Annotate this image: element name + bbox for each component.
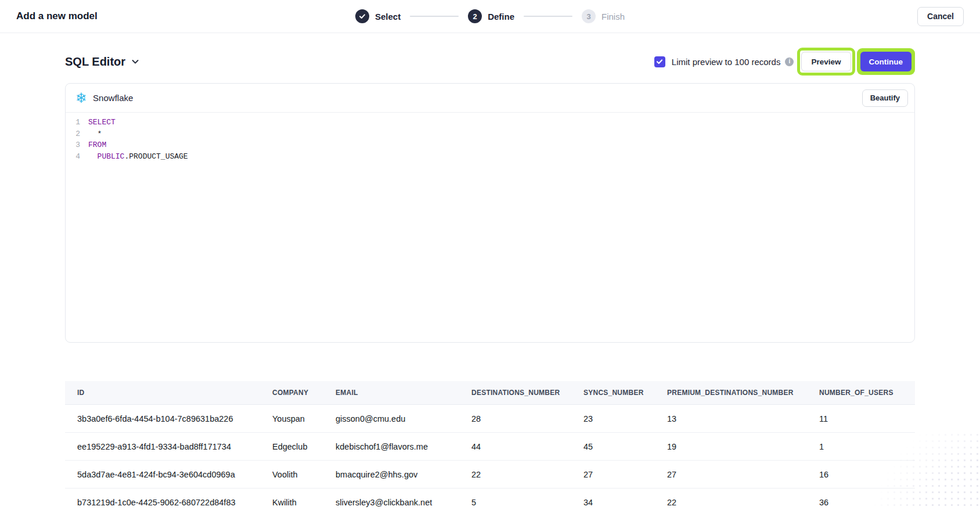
table-body: 3b3a0ef6-6fda-4454-b104-7c89631ba226Yous… (65, 405, 915, 510)
page-title: Add a new model (16, 10, 98, 22)
table-cell: 13 (667, 414, 819, 423)
table-cell: b731219d-1c0e-4425-9062-680722d84f83 (77, 498, 272, 507)
step-define-label: Define (488, 12, 514, 21)
table-cell: 5da3d7ae-4e81-424f-bc94-3e604cd0969a (77, 470, 272, 479)
source-indicator: ❄ Snowflake (75, 91, 133, 105)
table-row: 5da3d7ae-4e81-424f-bc94-3e604cd0969aVool… (65, 461, 915, 489)
column-header: NUMBER_OF_USERS (819, 389, 915, 397)
code-line: 2 * (71, 128, 914, 140)
snowflake-icon: ❄ (75, 91, 87, 105)
table-cell: 19 (667, 442, 819, 451)
table-cell: bmacquire2@hhs.gov (336, 470, 471, 479)
sql-editor-dropdown[interactable]: SQL Editor (65, 55, 140, 69)
preview-button[interactable]: Preview (801, 52, 851, 71)
table-cell: 28 (471, 414, 583, 423)
table-cell: Kwilith (272, 498, 336, 507)
toolbar-actions: Limit preview to 100 records i Preview C… (654, 48, 915, 76)
step-finish: 3 Finish (582, 9, 625, 23)
table-cell: Voolith (272, 470, 336, 479)
column-header: EMAIL (336, 389, 471, 397)
continue-button-highlight: Continue (857, 48, 916, 75)
column-header: DESTINATIONS_NUMBER (471, 389, 583, 397)
table-cell: 1 (819, 442, 915, 451)
table-cell: kdebischof1@flavors.me (336, 442, 471, 451)
table-cell: 45 (583, 442, 667, 451)
limit-preview-label[interactable]: Limit preview to 100 records (672, 57, 781, 67)
table-cell: 23 (583, 414, 667, 423)
limit-preview-group: Limit preview to 100 records i (654, 56, 794, 67)
step-complete-check-icon (355, 9, 369, 23)
continue-button[interactable]: Continue (860, 52, 912, 71)
column-header: COMPANY (272, 389, 336, 397)
main-content: SQL Editor Limit preview to 100 records … (65, 48, 915, 510)
results-table: IDCOMPANYEMAILDESTINATIONS_NUMBERSYNCS_N… (65, 381, 915, 510)
table-cell: 44 (471, 442, 583, 451)
table-cell: 3b3a0ef6-6fda-4454-b104-7c89631ba226 (77, 414, 272, 423)
cancel-button[interactable]: Cancel (917, 7, 964, 26)
table-cell: 22 (471, 470, 583, 479)
code-text: PUBLIC.PRODUCT_USAGE (88, 151, 188, 163)
table-row: b731219d-1c0e-4425-9062-680722d84f83Kwil… (65, 489, 915, 510)
code-line: 1SELECT (71, 117, 914, 128)
step-define-number: 2 (468, 9, 482, 23)
step-select-label: Select (375, 12, 401, 21)
step-define: 2 Define (468, 9, 514, 23)
table-cell: sliversley3@clickbank.net (336, 498, 471, 507)
column-header: ID (77, 389, 272, 397)
step-connector (524, 16, 572, 17)
code-text: FROM (88, 139, 106, 151)
step-finish-label: Finish (601, 12, 625, 21)
editor-toolbar: SQL Editor Limit preview to 100 records … (65, 48, 915, 75)
beautify-button[interactable]: Beautify (862, 89, 908, 107)
table-cell: 27 (667, 470, 819, 479)
table-cell: 34 (583, 498, 667, 507)
info-icon: i (785, 58, 794, 66)
table-cell: 5 (471, 498, 583, 507)
code-text: * (88, 128, 102, 140)
table-header-row: IDCOMPANYEMAILDESTINATIONS_NUMBERSYNCS_N… (65, 381, 915, 405)
step-connector (410, 16, 459, 17)
preview-button-highlight: Preview (797, 48, 855, 76)
limit-preview-checkbox[interactable] (654, 56, 665, 67)
table-cell: ee195229-a913-4fd1-9334-bad8ff171734 (77, 442, 272, 451)
table-row: 3b3a0ef6-6fda-4454-b104-7c89631ba226Yous… (65, 405, 915, 433)
editor-card-header: ❄ Snowflake Beautify (66, 84, 914, 113)
chevron-down-icon (131, 57, 140, 69)
sql-editor-dropdown-label: SQL Editor (65, 55, 125, 69)
top-bar: Add a new model Select 2 Define 3 Finish… (0, 0, 980, 33)
step-select: Select (355, 9, 401, 23)
table-cell: Youspan (272, 414, 336, 423)
code-editor[interactable]: 1SELECT2 *3FROM4 PUBLIC.PRODUCT_USAGE (66, 113, 914, 162)
table-cell: 16 (819, 470, 915, 479)
table-cell: 36 (819, 498, 915, 507)
table-cell: 22 (667, 498, 819, 507)
line-number: 3 (71, 139, 80, 151)
code-line: 4 PUBLIC.PRODUCT_USAGE (71, 151, 914, 163)
code-text: SELECT (88, 117, 116, 128)
step-finish-number: 3 (582, 9, 596, 23)
table-cell: 11 (819, 414, 915, 423)
stepper: Select 2 Define 3 Finish (355, 9, 625, 23)
line-number: 2 (71, 128, 80, 140)
table-cell: 27 (583, 470, 667, 479)
line-number: 1 (71, 117, 80, 128)
table-cell: gisson0@cmu.edu (336, 414, 471, 423)
source-name: Snowflake (93, 93, 133, 103)
line-number: 4 (71, 151, 80, 163)
code-line: 3FROM (71, 139, 914, 151)
table-row: ee195229-a913-4fd1-9334-bad8ff171734Edge… (65, 433, 915, 461)
sql-editor-card: ❄ Snowflake Beautify 1SELECT2 *3FROM4 PU… (65, 83, 915, 343)
column-header: PREMIUM_DESTINATIONS_NUMBER (667, 389, 819, 397)
code-lines: 1SELECT2 *3FROM4 PUBLIC.PRODUCT_USAGE (71, 117, 914, 162)
column-header: SYNCS_NUMBER (583, 389, 667, 397)
table-cell: Edgeclub (272, 442, 336, 451)
